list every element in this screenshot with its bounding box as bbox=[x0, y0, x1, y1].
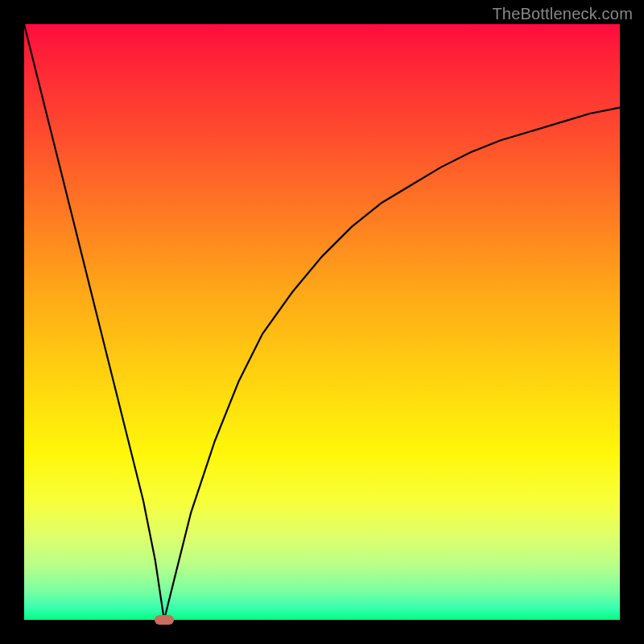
chart-frame: TheBottleneck.com bbox=[0, 0, 644, 644]
plot-area bbox=[24, 24, 620, 620]
curve-svg bbox=[24, 24, 620, 620]
watermark-text: TheBottleneck.com bbox=[492, 5, 633, 23]
optimum-marker bbox=[155, 615, 174, 625]
bottleneck-curve bbox=[24, 24, 620, 620]
